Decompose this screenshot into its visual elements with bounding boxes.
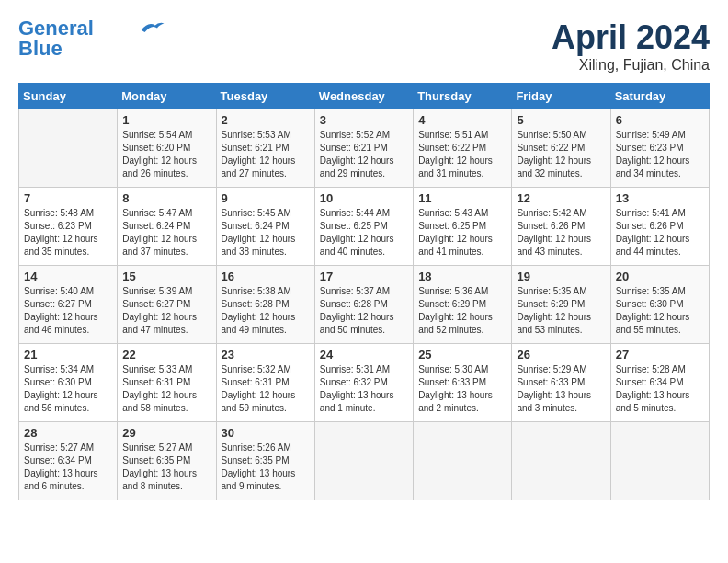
calendar-week-row: 21Sunrise: 5:34 AMSunset: 6:30 PMDayligh… [19, 344, 710, 422]
day-info: Sunrise: 5:38 AMSunset: 6:28 PMDaylight:… [222, 285, 310, 337]
calendar-cell: 12Sunrise: 5:42 AMSunset: 6:26 PMDayligh… [512, 188, 610, 266]
day-number: 5 [517, 113, 605, 127]
day-info: Sunrise: 5:47 AMSunset: 6:24 PMDaylight:… [122, 207, 210, 259]
calendar-cell: 27Sunrise: 5:28 AMSunset: 6:34 PMDayligh… [610, 344, 709, 422]
day-number: 12 [517, 191, 605, 205]
day-info: Sunrise: 5:28 AMSunset: 6:34 PMDaylight:… [616, 363, 704, 415]
calendar-cell: 21Sunrise: 5:34 AMSunset: 6:30 PMDayligh… [19, 344, 118, 422]
day-info: Sunrise: 5:54 AMSunset: 6:20 PMDaylight:… [122, 129, 210, 180]
day-info: Sunrise: 5:26 AMSunset: 6:35 PMDaylight:… [222, 442, 310, 493]
day-info: Sunrise: 5:31 AMSunset: 6:32 PMDaylight:… [320, 363, 408, 415]
day-number: 28 [24, 426, 112, 440]
day-number: 21 [24, 348, 112, 362]
day-info: Sunrise: 5:33 AMSunset: 6:31 PMDaylight:… [122, 363, 210, 415]
logo-text: General [18, 18, 94, 39]
calendar-week-row: 7Sunrise: 5:48 AMSunset: 6:23 PMDaylight… [19, 188, 710, 266]
day-number: 22 [122, 348, 210, 362]
weekday-header-friday: Friday [512, 84, 610, 109]
day-info: Sunrise: 5:52 AMSunset: 6:21 PMDaylight:… [320, 129, 408, 180]
day-number: 29 [122, 426, 210, 440]
day-info: Sunrise: 5:48 AMSunset: 6:23 PMDaylight:… [24, 207, 112, 259]
day-number: 20 [616, 270, 704, 283]
day-number: 27 [616, 348, 704, 362]
day-info: Sunrise: 5:42 AMSunset: 6:26 PMDaylight:… [517, 207, 605, 259]
calendar-cell: 16Sunrise: 5:38 AMSunset: 6:28 PMDayligh… [216, 266, 314, 344]
calendar-cell: 17Sunrise: 5:37 AMSunset: 6:28 PMDayligh… [314, 266, 413, 344]
calendar-week-row: 14Sunrise: 5:40 AMSunset: 6:27 PMDayligh… [19, 266, 710, 344]
day-number: 6 [616, 113, 704, 127]
calendar-cell: 25Sunrise: 5:30 AMSunset: 6:33 PMDayligh… [414, 344, 512, 422]
day-info: Sunrise: 5:35 AMSunset: 6:30 PMDaylight:… [616, 285, 704, 337]
day-info: Sunrise: 5:45 AMSunset: 6:24 PMDaylight:… [222, 207, 310, 259]
day-number: 26 [517, 348, 605, 362]
day-info: Sunrise: 5:40 AMSunset: 6:27 PMDaylight:… [24, 285, 112, 337]
calendar-cell: 19Sunrise: 5:35 AMSunset: 6:29 PMDayligh… [512, 266, 610, 344]
calendar-cell: 14Sunrise: 5:40 AMSunset: 6:27 PMDayligh… [19, 266, 118, 344]
calendar-cell: 13Sunrise: 5:41 AMSunset: 6:26 PMDayligh… [610, 188, 709, 266]
day-info: Sunrise: 5:43 AMSunset: 6:25 PMDaylight:… [418, 207, 506, 259]
day-number: 14 [24, 270, 112, 283]
calendar-cell [512, 422, 610, 500]
calendar-cell: 2Sunrise: 5:53 AMSunset: 6:21 PMDaylight… [216, 109, 314, 188]
calendar-cell: 3Sunrise: 5:52 AMSunset: 6:21 PMDaylight… [314, 109, 413, 188]
day-info: Sunrise: 5:53 AMSunset: 6:21 PMDaylight:… [222, 129, 310, 180]
weekday-header-row: SundayMondayTuesdayWednesdayThursdayFrid… [19, 84, 710, 109]
calendar-cell: 8Sunrise: 5:47 AMSunset: 6:24 PMDaylight… [118, 188, 216, 266]
calendar-cell: 26Sunrise: 5:29 AMSunset: 6:33 PMDayligh… [512, 344, 610, 422]
day-number: 2 [222, 113, 310, 127]
calendar-cell: 22Sunrise: 5:33 AMSunset: 6:31 PMDayligh… [118, 344, 216, 422]
weekday-header-tuesday: Tuesday [216, 84, 314, 109]
calendar-cell: 15Sunrise: 5:39 AMSunset: 6:27 PMDayligh… [118, 266, 216, 344]
calendar-week-row: 1Sunrise: 5:54 AMSunset: 6:20 PMDaylight… [19, 109, 710, 188]
calendar-header: SundayMondayTuesdayWednesdayThursdayFrid… [19, 84, 710, 109]
calendar-cell: 1Sunrise: 5:54 AMSunset: 6:20 PMDaylight… [118, 109, 216, 188]
weekday-header-sunday: Sunday [19, 84, 118, 109]
day-info: Sunrise: 5:39 AMSunset: 6:27 PMDaylight:… [122, 285, 210, 337]
day-number: 17 [320, 270, 408, 283]
logo: General Blue [18, 18, 165, 59]
day-number: 3 [320, 113, 408, 127]
calendar-cell [314, 422, 413, 500]
day-number: 23 [222, 348, 310, 362]
day-number: 30 [222, 426, 310, 440]
title-block: April 2024 Xiling, Fujian, China [552, 18, 710, 74]
day-info: Sunrise: 5:27 AMSunset: 6:34 PMDaylight:… [24, 442, 112, 493]
calendar-cell: 11Sunrise: 5:43 AMSunset: 6:25 PMDayligh… [414, 188, 512, 266]
month-title: April 2024 [552, 18, 710, 57]
day-number: 1 [122, 113, 210, 127]
day-number: 10 [320, 191, 408, 205]
calendar-week-row: 28Sunrise: 5:27 AMSunset: 6:34 PMDayligh… [19, 422, 710, 500]
day-number: 25 [418, 348, 506, 362]
day-info: Sunrise: 5:34 AMSunset: 6:30 PMDaylight:… [24, 363, 112, 415]
day-info: Sunrise: 5:51 AMSunset: 6:22 PMDaylight:… [418, 129, 506, 180]
day-number: 7 [24, 191, 112, 205]
day-number: 9 [222, 191, 310, 205]
day-info: Sunrise: 5:37 AMSunset: 6:28 PMDaylight:… [320, 285, 408, 337]
calendar-cell: 23Sunrise: 5:32 AMSunset: 6:31 PMDayligh… [216, 344, 314, 422]
calendar-cell [19, 109, 118, 188]
day-info: Sunrise: 5:36 AMSunset: 6:29 PMDaylight:… [418, 285, 506, 337]
calendar-cell: 10Sunrise: 5:44 AMSunset: 6:25 PMDayligh… [314, 188, 413, 266]
day-info: Sunrise: 5:30 AMSunset: 6:33 PMDaylight:… [418, 363, 506, 415]
day-number: 11 [418, 191, 506, 205]
day-number: 19 [517, 270, 605, 283]
day-number: 15 [122, 270, 210, 283]
calendar-body: 1Sunrise: 5:54 AMSunset: 6:20 PMDaylight… [19, 109, 710, 500]
calendar-cell [610, 422, 709, 500]
logo-bird-icon [138, 18, 165, 35]
day-info: Sunrise: 5:29 AMSunset: 6:33 PMDaylight:… [517, 363, 605, 415]
weekday-header-wednesday: Wednesday [314, 84, 413, 109]
day-info: Sunrise: 5:27 AMSunset: 6:35 PMDaylight:… [122, 442, 210, 493]
calendar-cell: 24Sunrise: 5:31 AMSunset: 6:32 PMDayligh… [314, 344, 413, 422]
location-text: Xiling, Fujian, China [552, 57, 710, 74]
calendar-cell: 20Sunrise: 5:35 AMSunset: 6:30 PMDayligh… [610, 266, 709, 344]
weekday-header-thursday: Thursday [414, 84, 512, 109]
day-info: Sunrise: 5:35 AMSunset: 6:29 PMDaylight:… [517, 285, 605, 337]
logo-blue-text: Blue [18, 39, 63, 59]
weekday-header-saturday: Saturday [610, 84, 709, 109]
calendar-cell: 4Sunrise: 5:51 AMSunset: 6:22 PMDaylight… [414, 109, 512, 188]
day-number: 18 [418, 270, 506, 283]
calendar-cell: 5Sunrise: 5:50 AMSunset: 6:22 PMDaylight… [512, 109, 610, 188]
calendar-cell: 7Sunrise: 5:48 AMSunset: 6:23 PMDaylight… [19, 188, 118, 266]
weekday-header-monday: Monday [118, 84, 216, 109]
